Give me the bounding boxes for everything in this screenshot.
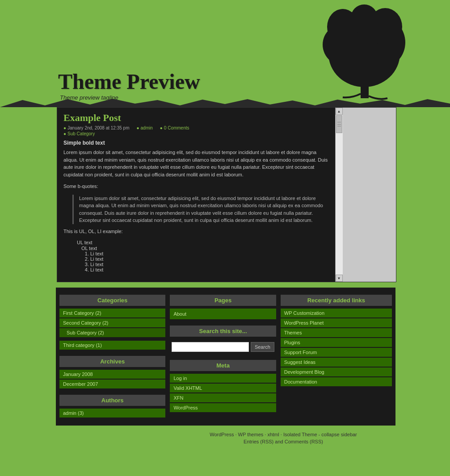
blockquote-label: Some b-quotes: <box>63 183 329 190</box>
search-button[interactable]: Search <box>251 342 274 352</box>
post-content: Example Post ● January 2nd, 2008 at 12:3… <box>57 108 335 282</box>
post-comments: ● 0 Comments <box>160 125 189 130</box>
footer-entries-rss[interactable]: Entries (RSS) <box>244 439 273 444</box>
page-about[interactable]: About <box>170 309 276 319</box>
link-wp-planet[interactable]: WordPress Planet <box>281 318 392 327</box>
post-bold-text: Simple bold text <box>63 140 329 146</box>
scrollbar-up-button[interactable]: ▲ <box>336 108 343 115</box>
scroll-container: Example Post ● January 2nd, 2008 at 12:3… <box>57 108 396 282</box>
footer-comments-rss[interactable]: Comments (RSS) <box>285 439 323 444</box>
footer-link-wp-themes[interactable]: WP themes <box>238 432 264 437</box>
links-widget: Recently added links WP Customization Wo… <box>281 295 392 386</box>
search-box: Search <box>170 339 276 355</box>
link-documentation[interactable]: Documentation <box>281 377 392 386</box>
right-sidebar: Recently added links WP Customization Wo… <box>281 295 392 418</box>
link-plugins[interactable]: Plugins <box>281 338 392 347</box>
links-title: Recently added links <box>281 295 392 306</box>
post-meta: ● January 2nd, 2008 at 12:35 pm ● admin … <box>63 125 329 130</box>
footer-link-xhtml[interactable]: xhtml <box>267 432 279 437</box>
list-label: This is UL, OL, LI example: <box>63 228 329 235</box>
li-item-1: Li text <box>90 251 329 256</box>
footer-and: and <box>275 439 283 444</box>
ol-list: Li text Li text Li text Li text <box>90 251 329 272</box>
search-input[interactable] <box>172 342 249 352</box>
li-item-3: Li text <box>90 262 329 267</box>
scrollbar-grip <box>337 122 341 126</box>
footer-link-wordpress[interactable]: WordPress <box>210 432 234 437</box>
pages-widget: Pages About <box>170 295 276 319</box>
site-title: Theme Preview <box>58 69 200 94</box>
post-category: ● Sub Category <box>63 131 329 136</box>
ul-item: UL text OL text Li text Li text Li text … <box>77 239 329 272</box>
left-sidebar: Categories First Category (2) Second Cat… <box>59 295 165 418</box>
site-header: Theme Preview Theme preview tagline <box>0 0 450 107</box>
archives-widget: Archives January 2008 December 2007 <box>59 356 165 388</box>
categories-widget: Categories First Category (2) Second Cat… <box>59 295 165 350</box>
user-icon: ● <box>136 125 139 130</box>
meta-wordpress[interactable]: WordPress <box>170 403 276 412</box>
clock-icon: ● <box>63 125 66 130</box>
scrollbar-track[interactable] <box>336 115 343 275</box>
folder-icon: ● <box>63 131 66 136</box>
post-author: ● admin <box>136 125 152 130</box>
scrollbar[interactable]: ▲ ▼ <box>335 108 342 282</box>
bottom-section: Categories First Category (2) Second Cat… <box>56 288 395 426</box>
ol-text-item: OL text Li text Li text Li text Li text <box>81 246 329 272</box>
cat-first[interactable]: First Category (2) <box>59 309 165 317</box>
link-wp-customization[interactable]: WP Customization <box>281 309 392 317</box>
tree-decoration <box>316 0 414 103</box>
author-admin[interactable]: admin (3) <box>59 409 165 418</box>
categories-title: Categories <box>59 295 165 306</box>
cat-second[interactable]: Second Category (2) <box>59 318 165 327</box>
cat-sub[interactable]: Sub Category (2) <box>59 328 165 337</box>
svg-point-7 <box>351 4 378 31</box>
footer-collapse[interactable]: - collapse sidebar <box>319 432 357 437</box>
meta-login[interactable]: Log in <box>170 374 276 383</box>
comment-icon: ● <box>160 125 163 130</box>
pages-title: Pages <box>170 295 276 306</box>
authors-title: Authors <box>59 395 165 406</box>
post-title[interactable]: Example Post <box>63 112 329 124</box>
link-dev-blog[interactable]: Development Blog <box>281 367 392 376</box>
search-title: Search this site... <box>170 326 276 337</box>
ol-container: OL text Li text Li text Li text Li text <box>81 246 329 272</box>
list-container: UL text OL text Li text Li text Li text … <box>72 239 329 272</box>
archive-dec[interactable]: December 2007 <box>59 380 165 388</box>
right-panel <box>342 108 396 282</box>
content-area: Example Post ● January 2nd, 2008 at 12:3… <box>57 107 396 282</box>
meta-xhtml[interactable]: Valid XHTML <box>170 384 276 392</box>
scrollbar-down-button[interactable]: ▼ <box>336 275 343 282</box>
li-item-4: Li text <box>90 267 329 272</box>
scrollbar-thumb[interactable] <box>336 115 342 133</box>
meta-title: Meta <box>170 360 276 371</box>
authors-widget: Authors admin (3) <box>59 395 165 418</box>
ul-list: UL text OL text Li text Li text Li text … <box>77 239 329 272</box>
footer: WordPress · WP themes · xhtml · Isolated… <box>114 426 450 449</box>
archives-title: Archives <box>59 356 165 367</box>
post-date: ● January 2nd, 2008 at 12:35 pm <box>63 125 129 130</box>
middle-sidebar: Pages About Search this site... Search M… <box>170 295 276 418</box>
li-item-2: Li text <box>90 256 329 262</box>
post-body: Lorem ipsum dolor sit amet, consectetur … <box>63 149 329 178</box>
footer-link-isolated-theme[interactable]: Isolated Theme <box>283 432 317 437</box>
search-widget: Search this site... Search <box>170 326 276 355</box>
footer-links: WordPress · WP themes · xhtml · Isolated… <box>114 432 450 437</box>
footer-rss: Entries (RSS) and Comments (RSS) <box>114 439 450 444</box>
archive-jan[interactable]: January 2008 <box>59 370 165 379</box>
link-suggest[interactable]: Suggest Ideas <box>281 358 392 367</box>
link-themes[interactable]: Themes <box>281 328 392 337</box>
main-wrapper: Example Post ● January 2nd, 2008 at 12:3… <box>57 107 396 449</box>
meta-widget: Meta Log in Valid XHTML XFN WordPress <box>170 360 276 412</box>
cat-third[interactable]: Third category (1) <box>59 341 165 350</box>
link-support[interactable]: Support Forum <box>281 348 392 357</box>
meta-xfn[interactable]: XFN <box>170 393 276 402</box>
post-blockquote: Lorem ipsum dolor sit amet, consectetur … <box>72 195 329 224</box>
